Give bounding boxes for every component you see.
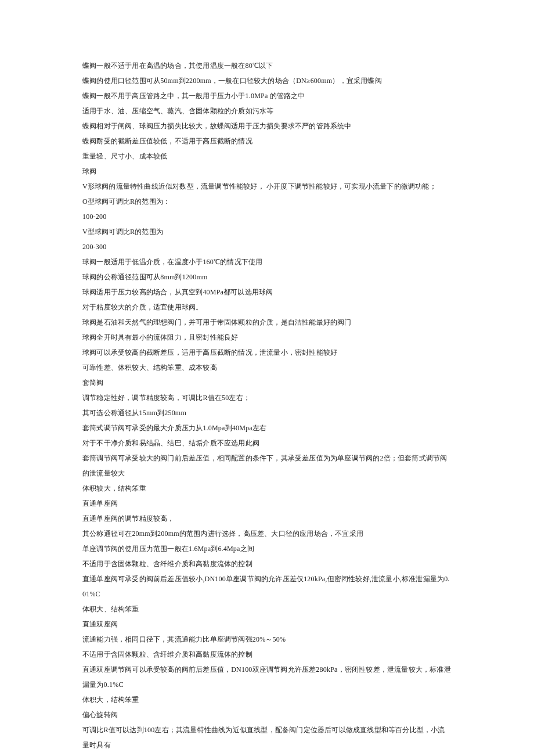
text-line: 对于粘度较大的介质，适宜使用球阀。 (82, 300, 452, 315)
text-line: 球阀是石油和天然气的理想阀门，并可用于带固体颗粒的介质，是自洁性能最好的阀门 (82, 315, 452, 330)
text-line: 100-200 (82, 209, 452, 224)
text-line: 其公称通径可在20mm到200mm的范围内进行选择，高压差、大口径的应用场合，不… (82, 526, 452, 541)
text-line: 直通单座阀可承受的阀前后差压值较小,DN100单座调节阀的允许压差仅120kPa… (82, 571, 452, 602)
text-line: 球阀适用于压力较高的场合，从真空到40MPa都可以选用球阀 (82, 285, 452, 300)
text-line: 调节稳定性好，调节精度较高，可调比R值在50左右； (82, 390, 452, 405)
text-line: 蝶阀一般不适于用在高温的场合，其使用温度一般在80℃以下 (82, 58, 452, 73)
text-line: 套筒调节阀可承受较大的阀门前后差压值，相同配置的条件下，其承受差压值为为单座调节… (82, 451, 452, 481)
text-line: 200-300 (82, 239, 452, 254)
text-line: 适用于水、油、压缩空气、蒸汽、含固体颗粒的介质如污水等 (82, 103, 452, 118)
text-line: 可靠性差、体积较大、结构笨重、成本较高 (82, 360, 452, 375)
text-line: 套筒阀 (82, 375, 452, 390)
text-line: O型球阀可调比R的范围为： (82, 194, 452, 209)
text-line: 蝶阀耐受的截断差压值较低，不适用于高压截断的情况 (82, 134, 452, 149)
text-line: V型球阀可调比R的范围为 (82, 224, 452, 239)
document-page: 蝶阀一般不适于用在高温的场合，其使用温度一般在80℃以下蝶阀的使用口径范围可从5… (0, 0, 534, 756)
text-line: 直通双座阀 (82, 617, 452, 632)
text-line: 球阀可以承受较高的截断差压，适用于高压截断的情况，泄流量小，密封性能较好 (82, 345, 452, 360)
text-line: 单座调节阀的使用压力范围一般在1.6Mpa到6.4Mpa之间 (82, 541, 452, 556)
text-line: 球阀的公称通径范围可从8mm到1200mm (82, 269, 452, 285)
text-line: 可调比R值可以达到100左右；其流量特性曲线为近似直线型，配备阀门定位器后可以做… (82, 722, 452, 753)
text-line: 蝶阀的使用口径范围可从50mm到2200mm，一般在口径较大的场合（DN≥600… (82, 73, 452, 88)
text-line: 直通单座阀 (82, 496, 452, 511)
text-line: 不适用于含固体颗粒、含纤维介质和高黏度流体的控制 (82, 556, 452, 571)
text-line: 重量轻、尺寸小、成本较低 (82, 149, 452, 164)
text-line: 体积大、结构笨重 (82, 602, 452, 617)
text-line: 球阀 (82, 164, 452, 179)
text-line: 套筒式调节阀可承受的最大介质压力从1.0Mpa到40Mpa左右 (82, 420, 452, 435)
text-line: 对于不干净介质和易结晶、结巴、结垢介质不应选用此阀 (82, 435, 452, 451)
text-line: 体积较大，结构笨重 (82, 481, 452, 496)
text-line: 体积大，结构笨重 (82, 692, 452, 707)
text-line: V形球阀的流量特性曲线近似对数型，流量调节性能较好， 小开度下调节性能较好，可实… (82, 179, 452, 194)
text-line: 球阀一般适用于低温介质，在温度小于160℃的情况下使用 (82, 254, 452, 269)
text-line: 不适用于含固体颗粒、含纤维介质和高黏度流体的控制 (82, 647, 452, 662)
text-line: 流通能力强，相同口径下，其流通能力比单座调节阀强20%～50% (82, 632, 452, 647)
text-line: 蝶阀一般不用于高压管路之中，其一般用于压力小于1.0MPa 的管路之中 (82, 88, 452, 103)
text-line: 球阀全开时具有最小的流体阻力，且密封性能良好 (82, 330, 452, 345)
text-line: 偏心旋转阀 (82, 707, 452, 722)
text-line: 其可选公称通径从15mm到250mm (82, 405, 452, 420)
text-line: 直通单座阀的调节精度较高， (82, 511, 452, 526)
text-line: 蝶阀相对于闸阀、球阀压力损失比较大，故蝶阀适用于压力损失要求不严的管路系统中 (82, 118, 452, 134)
text-line: 直通双座调节阀可以承受较高的阀前后差压值，DN100双座调节阀允许压差280kP… (82, 662, 452, 692)
